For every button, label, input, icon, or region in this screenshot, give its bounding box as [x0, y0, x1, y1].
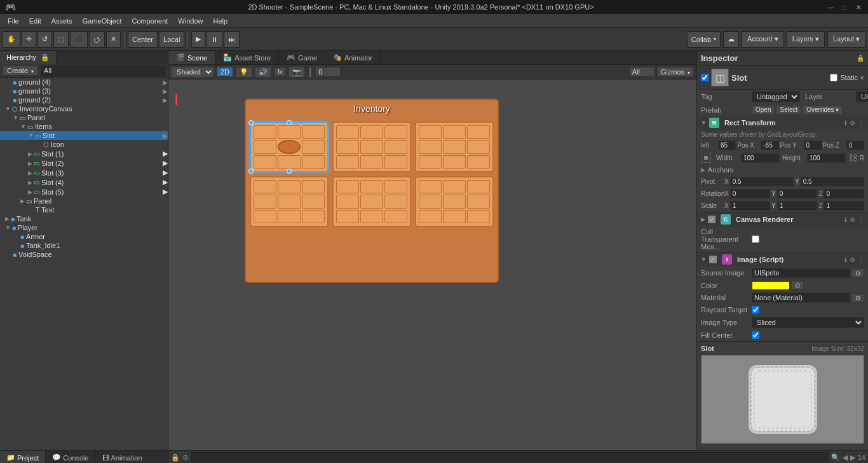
hand-tool[interactable]: ✋	[3, 31, 20, 48]
rt-info-icon[interactable]: ℹ	[844, 120, 847, 127]
hierarchy-item-slot1[interactable]: ▶ ▭ Slot (1) ▶	[0, 149, 168, 158]
hierarchy-search-input[interactable]	[41, 66, 165, 76]
inv-slot-0[interactable]	[250, 121, 329, 172]
hierarchy-item-ground4[interactable]: ■ ground (4) ▶	[0, 78, 168, 86]
tab-project[interactable]: 📁 Project	[0, 451, 46, 463]
hierarchy-item-icon[interactable]: ⬡ Icon	[0, 140, 168, 149]
rotate-tool[interactable]: ↺	[37, 31, 52, 48]
reset-icon[interactable]: R	[860, 155, 864, 162]
menu-edit[interactable]: Edit	[24, 16, 46, 26]
hierarchy-item-text[interactable]: T Text	[0, 205, 168, 214]
assets-settings-icon[interactable]: ⚙	[182, 453, 189, 462]
menu-window[interactable]: Window	[173, 16, 208, 26]
posy-field[interactable]	[804, 141, 822, 150]
hierarchy-item-slot3[interactable]: ▶ ▭ Slot (3) ▶	[0, 168, 168, 177]
2d-toggle[interactable]: 2D	[217, 67, 233, 77]
scale-x-field[interactable]	[730, 201, 771, 211]
fx-toggle[interactable]: fx	[274, 67, 286, 76]
assets-lock-icon[interactable]: 🔒	[171, 453, 180, 462]
color-swatch[interactable]	[752, 281, 790, 290]
inv-slot-2[interactable]	[415, 121, 494, 172]
static-checkbox[interactable]	[830, 74, 837, 81]
tab-animation[interactable]: 🎞 Animation	[96, 451, 149, 463]
img-settings-icon[interactable]: ⚙	[850, 256, 855, 263]
hierarchy-item-ground2[interactable]: ■ ground (2) ▶	[0, 95, 168, 104]
camera-btn[interactable]: 📷	[288, 67, 305, 78]
menu-component[interactable]: Component	[126, 16, 173, 26]
scene-input[interactable]	[315, 67, 341, 77]
hierarchy-item-slot5[interactable]: ▶ ▭ Slot (5) ▶	[0, 187, 168, 197]
inv-slot-1[interactable]	[332, 121, 411, 172]
cloud-button[interactable]: ☁	[723, 31, 739, 48]
scale-y-field[interactable]	[777, 201, 818, 211]
image-type-dropdown[interactable]: Sliced	[752, 317, 864, 328]
hierarchy-item-voidspace[interactable]: ■ VoidSpace	[0, 250, 168, 259]
pause-button[interactable]: ⏸	[207, 31, 222, 48]
tab-assetstore[interactable]: 🏪 Asset Store	[215, 51, 279, 64]
rect-transform-header[interactable]: ▼ R Rect Transform ℹ ⚙ ⋮	[697, 116, 868, 130]
tab-animator[interactable]: 🎭 Animator	[325, 51, 381, 64]
left-field[interactable]	[718, 141, 736, 150]
center-toggle[interactable]: Center	[128, 31, 158, 48]
material-field[interactable]	[752, 293, 850, 303]
img-checkbox[interactable]: ✓	[709, 256, 717, 263]
hierarchy-item-panel2[interactable]: ▶ ▭ Panel	[0, 197, 168, 205]
custom-tool[interactable]: ✕	[106, 31, 121, 48]
menu-gameobject[interactable]: GameObject	[78, 16, 127, 26]
cr-more-icon[interactable]: ⋮	[858, 216, 864, 223]
width-field[interactable]	[741, 153, 780, 163]
menu-assets[interactable]: Assets	[46, 16, 78, 26]
assets-nav-fwd[interactable]: ▶	[850, 453, 855, 462]
scale-tool[interactable]: ⬚	[53, 31, 69, 48]
hierarchy-item-player[interactable]: ▼ ■ Player	[0, 223, 168, 232]
rt-more-icon[interactable]: ⋮	[858, 120, 864, 127]
tab-console[interactable]: 💬 Console	[46, 451, 95, 463]
scale-z-field[interactable]	[824, 201, 864, 211]
prefab-open-button[interactable]: Open	[752, 105, 775, 114]
img-more-icon[interactable]: ⋮	[858, 256, 864, 263]
play-button[interactable]: ▶	[191, 31, 205, 48]
tag-dropdown[interactable]: Untagged	[752, 91, 800, 102]
shading-dropdown[interactable]: Shaded	[171, 66, 214, 78]
search-icon-assets[interactable]: 🔍	[831, 453, 840, 462]
posz-field[interactable]	[846, 141, 864, 150]
hierarchy-tab[interactable]: Hierarchy 🔒	[0, 51, 57, 64]
source-image-field[interactable]	[752, 268, 850, 278]
color-pick-btn[interactable]: ⊙	[791, 280, 804, 290]
constraint-icon[interactable]: ⛓	[848, 153, 857, 163]
layers-dropdown[interactable]: Layers ▾	[787, 31, 825, 48]
inv-slot-5[interactable]	[415, 176, 494, 227]
hierarchy-item-slot2[interactable]: ▶ ▭ Slot (2) ▶	[0, 158, 168, 168]
cull-checkbox[interactable]	[752, 235, 759, 243]
rot-x-field[interactable]	[730, 189, 771, 198]
menu-help[interactable]: Help	[208, 16, 233, 26]
hierarchy-item-slot[interactable]: ▼ ▭ Slot ▶	[0, 131, 168, 140]
rect-tool[interactable]: ⬛	[70, 31, 88, 48]
rt-settings-icon[interactable]: ⚙	[850, 120, 855, 127]
tab-game[interactable]: 🎮 Game	[279, 51, 325, 64]
posx-field[interactable]	[761, 141, 778, 150]
scene-view[interactable]: | ✛ Inventory	[168, 79, 696, 450]
raycast-checkbox[interactable]	[752, 306, 759, 314]
transform-tool[interactable]: ⭯	[89, 31, 105, 48]
material-select[interactable]: ⊙	[851, 293, 864, 303]
menu-file[interactable]: File	[3, 16, 24, 26]
step-button[interactable]: ⏭	[224, 31, 240, 48]
account-dropdown[interactable]: Account ▾	[742, 31, 784, 48]
hierarchy-item-items[interactable]: ▼ ▭ Items	[0, 122, 168, 131]
image-script-header[interactable]: ▼ ✓ I Image (Script) ℹ ⚙ ⋮	[697, 252, 868, 266]
move-tool[interactable]: ✛	[22, 31, 36, 48]
pivot-y-field[interactable]	[801, 177, 864, 186]
hierarchy-item-tank[interactable]: ▶ ■ Tank	[0, 214, 168, 223]
hierarchy-create-button[interactable]: Create ▾	[3, 66, 38, 76]
inspector-lock-icon[interactable]: 🔒	[857, 55, 864, 62]
img-info-icon[interactable]: ℹ	[844, 256, 847, 263]
cr-info-icon[interactable]: ℹ	[844, 216, 847, 223]
fill-center-checkbox[interactable]	[752, 331, 759, 339]
static-dropdown[interactable]: ▾	[860, 74, 864, 82]
rot-z-field[interactable]	[824, 189, 864, 198]
tab-scene[interactable]: 🎬 Scene	[168, 51, 215, 64]
hierarchy-item-inventorycanvas[interactable]: ▼ ⬡ InventoryCanvas	[0, 104, 168, 113]
hierarchy-item-armor[interactable]: ■ Armor	[0, 232, 168, 241]
prefab-overrides-button[interactable]: Overrides ▾	[803, 105, 843, 114]
